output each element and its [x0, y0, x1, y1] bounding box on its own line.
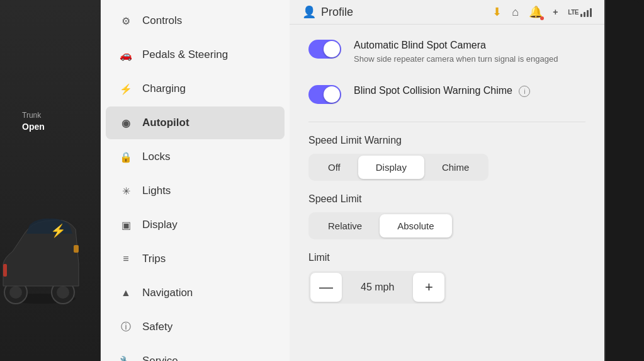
- increment-icon: +: [425, 279, 433, 295]
- sidebar-label-safety: Safety: [142, 321, 172, 333]
- svg-rect-6: [74, 245, 79, 253]
- lightning-badge: ⚡: [50, 223, 66, 238]
- display-icon: ▣: [118, 217, 133, 232]
- sidebar-label-navigation: Navigation: [142, 287, 193, 299]
- lte-badge: LTE: [568, 9, 579, 16]
- main-content: 👤 Profile ⬇ ⌂ 🔔 + LTE: [290, 0, 604, 361]
- toggle-knob: [324, 41, 340, 57]
- notification-dot: [540, 16, 544, 20]
- slw-option-off[interactable]: Off: [310, 156, 358, 179]
- top-bar-icons: ⬇ ⌂ 🔔 + LTE: [492, 5, 592, 19]
- blind-spot-camera-info: Automatic Blind Spot Camera Show side re…: [354, 40, 558, 65]
- charging-icon: ⚡: [118, 81, 133, 96]
- blind-spot-chime-label: Blind Spot Collision Warning Chime i: [354, 85, 530, 97]
- right-panel: [604, 0, 644, 361]
- download-icon[interactable]: ⬇: [492, 5, 502, 19]
- slw-option-chime[interactable]: Chime: [424, 156, 487, 179]
- blind-spot-camera-label: Automatic Blind Spot Camera: [354, 40, 558, 51]
- sidebar-label-charging: Charging: [142, 83, 186, 95]
- blind-spot-camera-row: Automatic Blind Spot Camera Show side re…: [308, 37, 585, 67]
- autopilot-icon: ◉: [118, 115, 133, 130]
- sidebar-item-pedals[interactable]: 🚗Pedals & Steering: [106, 38, 285, 71]
- signal-bar-2: [584, 12, 585, 17]
- speed-limit-warning-options: OffDisplayChime: [308, 154, 489, 181]
- sidebar-label-pedals: Pedals & Steering: [142, 49, 228, 61]
- sidebar-item-lights[interactable]: ✳Lights: [106, 175, 285, 207]
- sidebar-label-trips: Trips: [142, 253, 166, 265]
- sidebar: ⚙Controls🚗Pedals & Steering⚡Charging◉Aut…: [101, 0, 290, 361]
- svg-rect-5: [3, 264, 7, 277]
- sidebar-label-autopilot: Autopilot: [142, 117, 189, 129]
- pedals-icon: 🚗: [118, 47, 133, 62]
- sl-option-relative[interactable]: Relative: [310, 214, 380, 238]
- blind-spot-chime-row: Blind Spot Collision Warning Chime i: [308, 83, 585, 106]
- signal-bar-3: [587, 10, 589, 17]
- service-icon: 🔧: [118, 353, 133, 361]
- speed-limit-options: RelativeAbsolute: [308, 212, 454, 239]
- sidebar-item-controls[interactable]: ⚙Controls: [106, 4, 285, 37]
- top-bar: 👤 Profile ⬇ ⌂ 🔔 + LTE: [290, 0, 604, 25]
- blind-spot-chime-toggle[interactable]: [308, 85, 341, 104]
- increment-button[interactable]: +: [413, 273, 444, 302]
- sidebar-item-locks[interactable]: 🔒Locks: [106, 140, 285, 173]
- limit-value: 45 mph: [342, 282, 413, 293]
- controls-icon: ⚙: [118, 13, 133, 28]
- trunk-label: Trunk: [22, 110, 45, 121]
- svg-point-2: [9, 286, 22, 299]
- lights-icon: ✳: [118, 183, 133, 198]
- bluetooth-icon[interactable]: +: [553, 7, 558, 17]
- profile-label: Profile: [321, 6, 353, 19]
- speed-limit-warning-section: Speed Limit Warning OffDisplayChime: [308, 135, 585, 181]
- chime-label-text: Blind Spot Collision Warning Chime: [354, 85, 512, 96]
- sidebar-item-display[interactable]: ▣Display: [106, 209, 285, 241]
- signal-group: LTE: [568, 7, 592, 17]
- signal-bar-1: [580, 14, 582, 17]
- car-illustration: [0, 182, 85, 323]
- locks-icon: 🔒: [118, 149, 133, 164]
- car-svg: [0, 182, 85, 321]
- blind-spot-camera-description: Show side repeater camera when turn sign…: [354, 54, 558, 65]
- sidebar-item-navigation[interactable]: ▲Navigation: [106, 277, 285, 309]
- signal-bars: [580, 7, 592, 17]
- trunk-info: Trunk Open: [22, 110, 45, 133]
- divider-1: [308, 122, 585, 122]
- speed-limit-warning-title: Speed Limit Warning: [308, 135, 585, 146]
- blind-spot-chime-info: Blind Spot Collision Warning Chime i: [354, 85, 530, 100]
- toggle-knob-2: [324, 86, 340, 103]
- slw-option-display[interactable]: Display: [358, 156, 424, 179]
- sidebar-item-autopilot[interactable]: ◉Autopilot: [106, 106, 285, 139]
- sidebar-item-trips[interactable]: ≡Trips: [106, 243, 285, 275]
- sidebar-label-service: Service: [142, 355, 178, 361]
- profile-section: 👤 Profile: [302, 5, 353, 19]
- trips-icon: ≡: [118, 251, 133, 266]
- profile-icon: 👤: [302, 5, 316, 19]
- blind-spot-camera-toggle[interactable]: [308, 40, 341, 59]
- sl-option-absolute[interactable]: Absolute: [380, 214, 451, 238]
- bell-icon[interactable]: 🔔: [529, 5, 543, 19]
- content-area: Automatic Blind Spot Camera Show side re…: [290, 25, 604, 316]
- sidebar-label-display: Display: [142, 219, 178, 231]
- limit-title: Limit: [308, 252, 585, 263]
- sidebar-label-controls: Controls: [142, 14, 182, 27]
- sidebar-label-lights: Lights: [142, 185, 171, 197]
- car-panel: Trunk Open ⚡: [0, 0, 101, 361]
- decrement-icon: —: [319, 279, 333, 295]
- limit-stepper: — 45 mph +: [308, 271, 446, 304]
- sidebar-label-locks: Locks: [142, 151, 170, 163]
- speed-limit-section: Speed Limit RelativeAbsolute: [308, 193, 585, 239]
- navigation-icon: ▲: [118, 285, 133, 301]
- signal-bar-4: [590, 8, 592, 17]
- svg-point-4: [57, 286, 69, 299]
- sidebar-item-charging[interactable]: ⚡Charging: [106, 72, 285, 105]
- safety-icon: ⓘ: [118, 319, 133, 335]
- sidebar-item-service[interactable]: 🔧Service: [106, 345, 285, 361]
- limit-section: Limit — 45 mph +: [308, 252, 585, 304]
- speed-limit-title: Speed Limit: [308, 193, 585, 205]
- home-icon[interactable]: ⌂: [512, 6, 519, 19]
- trunk-status: Open: [22, 121, 45, 134]
- decrement-button[interactable]: —: [310, 273, 342, 302]
- sidebar-item-safety[interactable]: ⓘSafety: [106, 311, 285, 343]
- info-icon[interactable]: i: [519, 86, 530, 97]
